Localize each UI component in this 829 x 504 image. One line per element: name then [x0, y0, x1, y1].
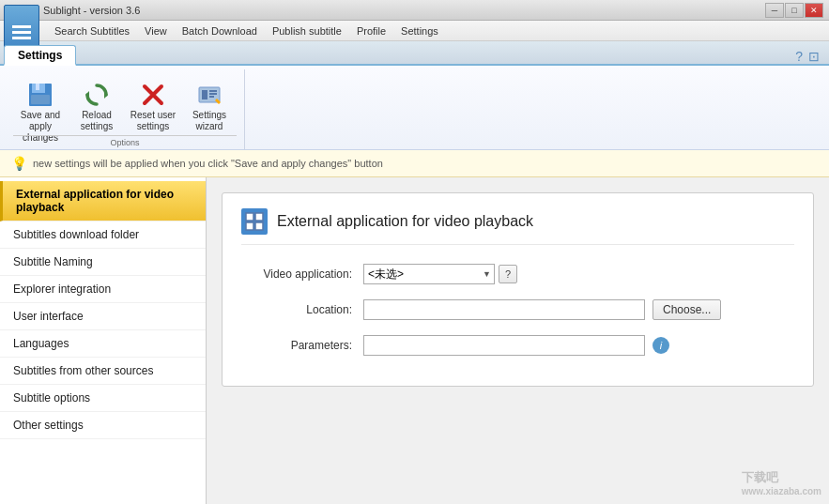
svg-rect-5	[36, 84, 39, 90]
options-group: Save and apply changes Reload settings	[6, 69, 245, 149]
panel-header-icon	[241, 208, 268, 235]
video-application-select[interactable]: <未选>	[363, 264, 495, 284]
main-layout: External application for video playback …	[0, 177, 829, 504]
sidebar-item-subtitles-download[interactable]: Subtitles download folder	[0, 221, 206, 249]
floppy-disk-icon	[25, 82, 55, 108]
sidebar: External application for video playback …	[0, 177, 207, 504]
svg-rect-18	[255, 213, 263, 221]
svg-rect-12	[202, 90, 207, 99]
svg-rect-2	[12, 37, 31, 39]
video-application-row: Video application: <未选> ▼ ?	[241, 264, 794, 284]
sidebar-item-languages[interactable]: Languages	[0, 330, 206, 358]
reset-button[interactable]: Reset user settings	[126, 77, 180, 135]
reload-button[interactable]: Reload settings	[69, 77, 124, 135]
sidebar-item-user-interface[interactable]: User interface	[0, 303, 206, 330]
reload-icon	[82, 82, 112, 108]
wizard-icon	[194, 82, 224, 108]
parameters-label: Parameters:	[241, 339, 363, 352]
info-message: new settings will be applied when you cl…	[33, 158, 383, 169]
sidebar-item-external-app[interactable]: External application for video playback	[0, 181, 206, 221]
sidebar-item-other-sources[interactable]: Subtitles from other sources	[0, 358, 206, 385]
menu-publish-subtitle[interactable]: Publish subtitle	[265, 21, 349, 41]
minimize-button[interactable]: ─	[765, 3, 784, 18]
sidebar-item-subtitle-naming[interactable]: Subtitle Naming	[0, 249, 206, 276]
panel-header: External application for video playback	[241, 208, 794, 245]
menu-bar: Search Subtitles View Batch Download Pub…	[0, 21, 829, 41]
reload-button-label: Reload settings	[81, 110, 113, 132]
select-container: <未选> ▼	[363, 264, 495, 284]
sidebar-item-other-settings[interactable]: Other settings	[0, 412, 206, 439]
svg-rect-19	[246, 222, 253, 230]
panel-title: External application for video playback	[277, 213, 533, 230]
video-application-wrapper: <未选> ▼ ?	[363, 264, 517, 284]
parameters-input[interactable]	[363, 335, 645, 356]
menu-profile[interactable]: Profile	[349, 21, 393, 41]
window-icon[interactable]: ⊡	[808, 49, 820, 64]
svg-rect-1	[12, 31, 31, 34]
menu-view[interactable]: View	[137, 21, 175, 41]
wizard-button[interactable]: Settings wizard	[182, 77, 237, 135]
location-row: Location: Choose...	[241, 299, 794, 320]
reset-icon	[138, 82, 168, 108]
parameters-row: Parameters: i	[241, 335, 794, 356]
menu-search-subtitles[interactable]: Search Subtitles	[47, 21, 137, 41]
help-icon[interactable]: ?	[795, 49, 803, 64]
parameters-info-icon[interactable]: i	[652, 337, 669, 354]
svg-rect-14	[209, 93, 217, 95]
video-application-label: Video application:	[241, 267, 363, 281]
svg-rect-20	[255, 222, 263, 230]
window-title: Sublight - version 3.6	[43, 5, 140, 16]
close-button[interactable]: ✕	[805, 3, 823, 18]
ribbon-buttons: Save and apply changes Reload settings	[13, 73, 237, 135]
title-bar: Sublight - version 3.6 ─ □ ✕	[0, 0, 829, 21]
content-panel: External application for video playback …	[222, 192, 814, 387]
reset-button-label: Reset user settings	[130, 110, 176, 132]
sidebar-item-explorer[interactable]: Explorer integration	[0, 276, 206, 303]
svg-rect-15	[209, 96, 214, 98]
svg-rect-6	[31, 95, 50, 104]
content-area: External application for video playback …	[207, 177, 829, 504]
save-button[interactable]: Save and apply changes	[13, 77, 68, 135]
svg-rect-0	[12, 25, 31, 28]
svg-rect-13	[209, 90, 217, 92]
options-group-label: Options	[13, 135, 237, 147]
location-input[interactable]	[363, 299, 645, 320]
menu-batch-download[interactable]: Batch Download	[175, 21, 265, 41]
ribbon: Save and apply changes Reload settings	[0, 66, 829, 150]
sidebar-item-subtitle-options[interactable]: Subtitle options	[0, 385, 206, 412]
wizard-button-label: Settings wizard	[192, 110, 226, 132]
tab-settings[interactable]: Settings	[4, 45, 76, 66]
maximize-button[interactable]: □	[785, 3, 804, 18]
info-bar: 💡 new settings will be applied when you …	[0, 150, 829, 177]
bulb-icon: 💡	[11, 156, 27, 171]
tab-bar: Settings ? ⊡	[0, 41, 829, 66]
video-application-help-button[interactable]: ?	[499, 265, 517, 283]
svg-rect-17	[246, 213, 253, 221]
location-label: Location:	[241, 303, 363, 316]
title-bar-controls: ─ □ ✕	[765, 3, 823, 18]
choose-button[interactable]: Choose...	[652, 299, 721, 320]
menu-settings[interactable]: Settings	[393, 21, 446, 41]
